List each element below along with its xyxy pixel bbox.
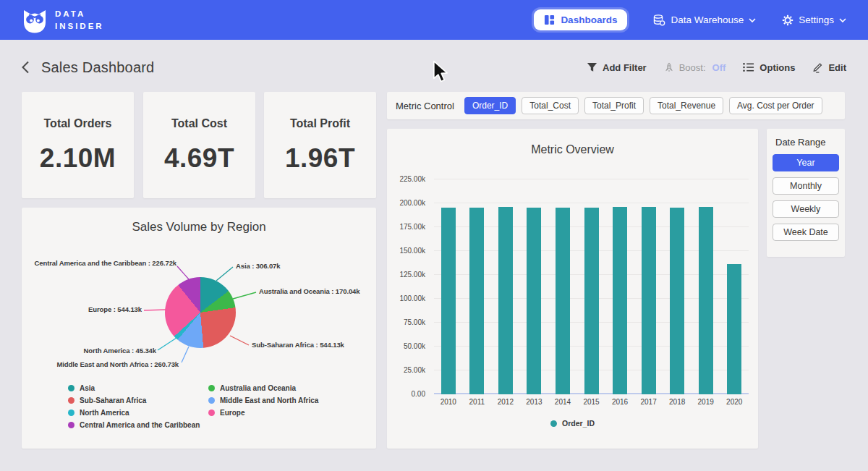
pie-legend-item-north-america[interactable]: North America [68, 409, 208, 417]
options-button[interactable]: Options [743, 62, 795, 73]
bar-2013[interactable] [527, 208, 541, 394]
brand: DATA INSIDER [22, 7, 104, 34]
legend-label: Central America and the Caribbean [80, 421, 200, 429]
legend-dot [68, 397, 75, 404]
pie-chart: Asia : 306.07k Australia and Oceania : 1… [22, 208, 376, 449]
kpi-label: Total Orders [44, 117, 112, 130]
date-range-weekly[interactable]: Weekly [773, 200, 839, 218]
bar-cell [663, 174, 692, 394]
x-tick-label-2020: 2020 [720, 398, 749, 406]
bar-plot [434, 174, 749, 394]
back-button[interactable] [22, 61, 30, 74]
legend-label: Australia and Oceania [220, 384, 296, 392]
bar-2015[interactable] [584, 208, 599, 394]
brand-line1: DATA [55, 8, 104, 20]
settings-menu[interactable]: Settings [782, 14, 846, 26]
pie-legend-item-sub-saharan-africa[interactable]: Sub-Saharan Africa [68, 396, 208, 404]
legend-label: Sub-Saharan Africa [80, 396, 146, 404]
bar-cell [692, 174, 720, 394]
add-filter-button[interactable]: Add Filter [587, 62, 647, 73]
pie-legend: AsiaSub-Saharan AfricaNorth AmericaCentr… [68, 384, 318, 429]
bar-cell [491, 174, 520, 394]
settings-label: Settings [799, 14, 834, 25]
x-tick-label-2010: 2010 [434, 398, 463, 406]
date-range-panel: Date Range YearMonthlyWeeklyWeek Date [767, 129, 845, 257]
x-tick-label-2016: 2016 [605, 398, 634, 406]
bar-cell [463, 174, 492, 394]
bar-2016[interactable] [613, 207, 627, 395]
page-header: Sales Dashboard Add Filter Boost: Off [0, 54, 868, 81]
bar-cell [634, 174, 663, 394]
y-tick-label: 100.00k [399, 294, 425, 302]
nav-menu: Dashboards Data Warehouse [534, 9, 846, 30]
bar-2011[interactable] [469, 208, 484, 394]
pie-legend-item-central-america-and-the-caribbean[interactable]: Central America and the Caribbean [68, 421, 208, 429]
pie-legend-item-australia-and-oceania[interactable]: Australia and Oceania [208, 384, 318, 392]
kpi-label: Total Cost [171, 117, 227, 130]
brand-line2: INSIDER [55, 20, 104, 32]
bar-y-axis: 0.0025.00k50.00k75.00k100.00k125.00k150.… [387, 174, 428, 394]
kpi-label: Total Profit [290, 117, 350, 130]
database-icon [653, 14, 665, 26]
bar-2020[interactable] [727, 264, 741, 394]
boost-label: Boost: [679, 62, 706, 73]
pie-callout-central-america-caribbean: Central America and the Caribbean : 226.… [34, 259, 176, 267]
legend-label: North America [80, 409, 129, 417]
date-range-year[interactable]: Year [773, 154, 839, 171]
pencil-edit-icon [812, 61, 823, 73]
kpi-card-total-orders: Total Orders 2.10M [22, 92, 134, 198]
pie-legend-item-europe[interactable]: Europe [208, 409, 318, 417]
date-range-week-date[interactable]: Week Date [773, 224, 839, 241]
legend-dot [68, 422, 75, 428]
x-tick-label-2012: 2012 [491, 398, 520, 406]
metric-chip-order-id[interactable]: Order_ID [464, 97, 516, 114]
pie-legend-item-middle-east-and-north-africa[interactable]: Middle East and North Africa [208, 396, 318, 404]
x-tick-label-2018: 2018 [663, 398, 692, 406]
legend-dot [68, 385, 75, 391]
metric-chip-total-profit[interactable]: Total_Profit [584, 97, 644, 114]
bar-2010[interactable] [441, 208, 456, 394]
dashboards-button[interactable]: Dashboards [534, 9, 627, 30]
data-warehouse-label: Data Warehouse [671, 14, 744, 25]
bar-2019[interactable] [699, 207, 713, 394]
legend-dot [208, 410, 215, 416]
boost-toggle[interactable]: Boost: Off [664, 62, 726, 73]
brand-text: DATA INSIDER [55, 8, 104, 31]
y-tick-label: 25.00k [404, 366, 425, 374]
pie-circle[interactable] [165, 277, 236, 348]
bar-legend-item[interactable]: Order_ID [387, 419, 758, 428]
bar-cell [577, 174, 606, 394]
legend-label: Asia [80, 384, 95, 392]
bar-legend-label: Order_ID [562, 419, 595, 428]
kpi-card-total-cost: Total Cost 4.69T [143, 92, 255, 198]
header-actions: Add Filter Boost: Off Options [587, 61, 846, 73]
page-title: Sales Dashboard [41, 59, 154, 76]
bar-cell [605, 174, 634, 394]
bar-2012[interactable] [498, 207, 513, 394]
dashboards-label: Dashboards [561, 14, 617, 25]
legend-dot [208, 385, 215, 391]
edit-button[interactable]: Edit [812, 61, 846, 73]
metric-chip-total-revenue[interactable]: Total_Revenue [650, 97, 723, 114]
owl-logo-icon [22, 7, 48, 34]
dashboard-grid-icon [544, 14, 555, 25]
bar-cell [520, 174, 549, 394]
bar-2014[interactable] [556, 208, 570, 394]
bar-2017[interactable] [642, 207, 656, 394]
kpi-value: 1.96T [285, 143, 355, 174]
y-tick-label: 75.00k [404, 318, 425, 326]
pie-legend-col-1: AsiaSub-Saharan AfricaNorth AmericaCentr… [68, 384, 208, 429]
y-tick-label: 125.00k [399, 271, 425, 279]
date-range-monthly[interactable]: Monthly [773, 177, 839, 195]
pie-legend-item-asia[interactable]: Asia [68, 384, 208, 392]
bar-2018[interactable] [670, 208, 684, 394]
legend-label: Middle East and North Africa [220, 396, 318, 404]
y-tick-label: 150.00k [399, 247, 425, 255]
y-tick-label: 225.00k [399, 175, 425, 183]
pie-callout-asia: Asia : 306.07k [236, 262, 280, 270]
metric-chip-total-cost[interactable]: Total_Cost [522, 97, 579, 114]
x-tick-label-2015: 2015 [577, 398, 606, 406]
data-warehouse-menu[interactable]: Data Warehouse [653, 14, 756, 26]
bar-legend-dot [550, 420, 557, 427]
metric-chip-avg-cost-per-order[interactable]: Avg. Cost per Order [729, 97, 822, 114]
